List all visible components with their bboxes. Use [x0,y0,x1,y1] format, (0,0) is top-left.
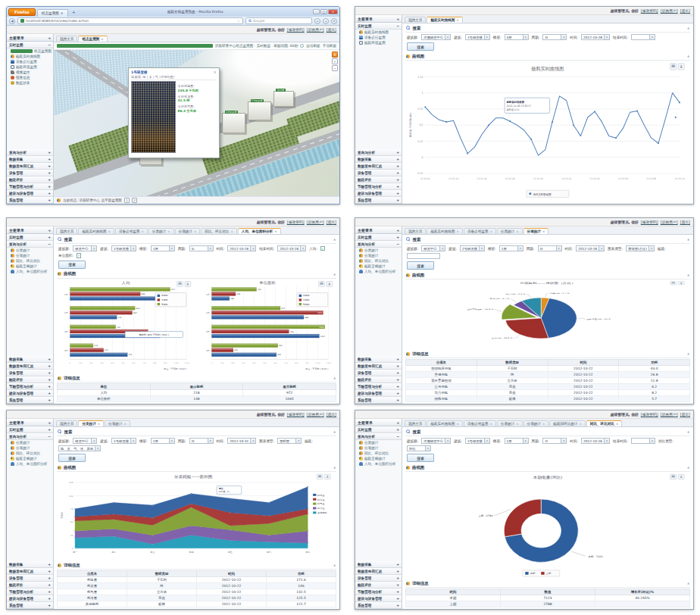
text-input[interactable] [407,253,440,259]
sidebar-item[interactable]: 分项统计 [355,445,402,451]
home-button[interactable]: ⌂ [314,18,320,24]
collapse-arrow-icon[interactable]: ▲ [333,430,336,433]
sidebar-section-collapsed[interactable]: 系统管理+ [355,197,402,204]
collapse-arrow-icon[interactable]: ▲ [333,466,336,469]
sidebar-section-collapsed[interactable]: 数据采集+ [7,356,53,363]
tab-close-icon[interactable]: × [516,422,518,426]
sidebar-section-collapsed[interactable]: 数据采集+ [7,561,53,568]
tab-close-icon[interactable]: × [616,422,618,426]
tab[interactable]: 分项统计× [105,420,130,426]
sidebar-section-collapsed[interactable]: 查询与分析+ [7,149,53,156]
tab-close-icon[interactable]: × [274,229,277,233]
sidebar-item[interactable]: 人均、单位面积分析 [7,269,53,274]
tab-close-icon[interactable]: × [457,18,459,22]
dropdown[interactable]: 日▾ [542,34,567,40]
dropdown[interactable]: ▾ [631,34,655,40]
topbar-link[interactable]: [修改密码] [641,412,658,417]
dropdown[interactable]: 2012-10-26▾ [227,245,256,251]
sidebar-item[interactable]: 同比、环比对比 [355,451,402,456]
tab[interactable]: 分项统计× [523,420,549,426]
sidebar-section-collapsed[interactable]: 建设与设备管理+ [7,595,53,602]
sidebar-item[interactable]: 同比、环比对比 [355,258,402,264]
page-button[interactable]: 1 [124,198,130,203]
sidebar-section[interactable]: 实时监测− [7,42,53,48]
tab-close-icon[interactable]: × [101,37,103,41]
topbar-link[interactable]: [修改密码] [641,8,658,13]
sidebar-item[interactable]: 同比、环比对比 [7,451,53,456]
search-box[interactable]: GGoogle [245,17,312,24]
sidebar-section-collapsed[interactable]: 数据发布和汇总+ [355,163,402,170]
sidebar-section-collapsed[interactable]: 设备管理+ [355,575,402,582]
tab[interactable]: 同比、环比对比× [201,228,237,234]
topbar-link[interactable]: [退出] [680,8,690,13]
sidebar-item[interactable]: 报警信息 [7,75,53,80]
sidebar-item[interactable]: 能耗环境监测 [355,40,402,45]
sidebar-section-collapsed[interactable]: 节能管理与分析+ [7,588,53,595]
collapse-arrow-icon[interactable]: ▲ [687,352,689,355]
print-icon[interactable] [670,282,677,286]
sidebar-section-collapsed[interactable]: 设备管理+ [355,370,402,376]
print-icon[interactable] [670,64,677,70]
sidebar-section-collapsed[interactable]: 系统管理+ [7,602,53,609]
sidebar-item[interactable]: 组态监测图 [7,48,53,54]
sidebar-item[interactable]: 能耗定额统计 [355,264,402,269]
topbar-link[interactable]: [修改密码] [287,412,305,417]
tab[interactable]: 设备运维监测× [464,420,496,426]
sidebar-collapse-icon[interactable]: « [397,420,399,425]
sidebar-section-collapsed[interactable]: 能耗评价+ [355,582,402,588]
url-bar[interactable]: localhost:8080/ems/view/index.action☆ [17,17,243,24]
topbar-link[interactable]: [切换用户] [307,27,324,32]
browser-tab[interactable]: 组态监测图× [37,9,68,17]
tab[interactable]: 我的主页 [56,36,77,42]
search-button[interactable]: 搜索 [58,454,86,462]
tab[interactable]: 能耗实时曲线图× [427,228,463,234]
sidebar-section-collapsed[interactable]: 建设与设备管理+ [355,595,402,602]
download-icon[interactable] [678,64,684,70]
collapse-arrow-icon[interactable]: ▲ [687,430,689,433]
radio-icon[interactable] [300,44,304,48]
topbar-link[interactable]: [切换用户] [661,220,678,224]
download-icon[interactable] [678,282,684,286]
zoom-out-button[interactable]: − [332,65,338,71]
dropdown[interactable]: 研发中心▾ [421,245,445,251]
dropdown[interactable]: 1层▾ [499,245,523,251]
tab[interactable]: 分类统计× [78,420,104,426]
sidebar-item[interactable]: 人均、单位面积分析 [7,461,53,467]
tab-close-icon[interactable]: × [108,229,111,233]
tab-close-icon[interactable]: × [167,229,170,233]
sidebar-collapse-icon[interactable]: « [48,420,51,425]
collapse-arrow-icon[interactable]: ▲ [687,466,689,469]
dropdown[interactable]: 2012-10-28▾ [581,34,610,40]
sidebar-section-collapsed[interactable]: 节能管理与分析+ [355,183,402,190]
sidebar-item[interactable]: 同比、环比对比 [7,258,53,264]
sidebar-section-collapsed[interactable]: 系统管理+ [355,397,402,404]
sidebar-section-collapsed[interactable]: 节能管理与分析+ [7,383,53,390]
dropdown[interactable]: 年▾ [189,245,214,251]
tab[interactable]: 我的主页 [56,228,77,234]
close-icon[interactable]: × [213,70,216,74]
topbar-link[interactable]: [修改密码] [287,220,305,224]
table-row[interactable]: 特殊用电标煤2012-10-225.7 [406,396,690,402]
tab-close-icon[interactable]: × [579,422,581,426]
tab-close-icon[interactable]: × [457,229,459,233]
tab-close-icon[interactable]: × [194,229,196,233]
dropdown[interactable]: 研发中心▾ [73,438,97,444]
tab[interactable]: 能耗同环比统计× [549,420,586,426]
checkbox[interactable]: ✓ [320,246,326,251]
sidebar-item[interactable]: 视频监控 [7,70,53,75]
collapse-arrow-icon[interactable]: ▲ [687,582,689,585]
topbar-link[interactable]: [退出] [680,220,690,224]
download-icon[interactable] [678,474,684,479]
table-row[interactable]: 其他能耗标煤2012-10-22121.7 [58,601,336,607]
table-row[interactable]: 人均218972 [58,390,336,396]
dropdown[interactable]: 电、水、气、冷、其他▾ [58,445,101,451]
dropdown[interactable]: 2012-10-26▾ [576,245,605,251]
tab[interactable]: 同比、环比对比× [586,420,623,426]
sidebar-section[interactable]: 查询与分析− [7,433,53,440]
page-button[interactable]: 2 [132,198,137,203]
tab-close-icon[interactable]: × [489,422,492,426]
topbar-link[interactable]: [修改密码] [641,220,658,224]
sidebar-section-collapsed[interactable]: 节能管理与分析+ [7,183,53,190]
sidebar-item[interactable]: 分项统计 [7,253,53,258]
pie-slice[interactable] [505,318,548,339]
